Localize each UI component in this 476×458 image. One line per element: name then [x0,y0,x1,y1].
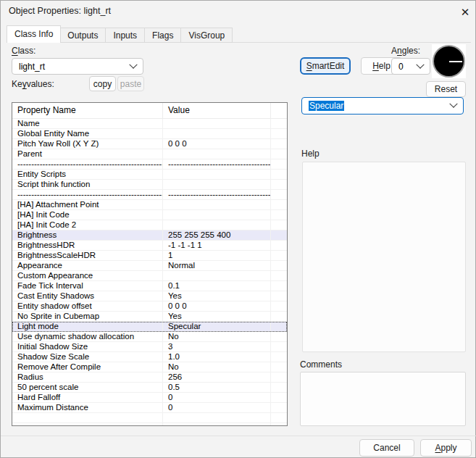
apply-button[interactable]: Apply [420,439,472,457]
property-name-cell: Radius [12,372,163,382]
table-row[interactable]: [HA] Init Code [12,210,287,220]
property-name-cell: Fade Tick Interval [12,281,163,291]
property-name-cell: [HA] Attachment Point [12,200,163,209]
comments-input[interactable] [300,372,466,426]
table-row[interactable]: Radius256 [12,372,287,383]
tab-flags[interactable]: Flags [145,28,181,43]
property-name-cell: Initial Shadow Size [12,342,163,351]
paste-button[interactable]: paste [117,76,144,91]
table-row[interactable]: Use dynamic shadow allocationNo [12,332,287,342]
property-name-cell: Remove After Compile [12,362,163,372]
table-row[interactable]: Global Entity Name [12,129,287,139]
table-row[interactable]: BrightnessHDR-1 -1 -1 1 [12,241,287,251]
property-name-cell: Use dynamic shadow allocation [12,332,163,341]
angle-dial-box[interactable] [432,44,466,78]
property-value-cell [163,210,271,220]
table-row[interactable]: Brightness255 255 255 400 [12,230,287,241]
table-row[interactable]: Parent [12,149,287,159]
table-row[interactable]: Script think function [12,180,287,190]
tab-inputs[interactable]: Inputs [106,28,145,43]
property-name-cell: Custom Appearance [12,271,163,280]
chevron-down-icon [416,60,424,68]
column-header-value: Value [163,103,271,118]
table-row[interactable]: Pitch Yaw Roll (X Y Z)0 0 0 [12,139,287,149]
property-name-cell: Appearance [12,261,163,270]
copy-button[interactable]: copy [89,76,116,91]
angles-dropdown[interactable]: 0 [391,58,430,75]
property-name-cell: Global Entity Name [12,129,163,138]
cancel-button[interactable]: Cancel [359,439,414,457]
property-name-cell: ----------------------------------------… [12,190,163,199]
property-value-cell: No [163,332,271,341]
property-name-cell: Entity shadow offset [12,301,163,311]
chevron-down-icon [449,100,457,108]
table-row[interactable]: Entity Scripts [12,170,287,180]
comments-label: Comments [300,359,342,370]
property-value-cell: ---------------------------------------- [163,159,271,169]
property-value-cell: 255 255 255 400 [163,230,271,240]
chevron-down-icon [129,60,137,68]
class-dropdown[interactable]: light_rt [12,58,143,75]
property-table[interactable]: Property Name Value NameGlobal Entity Na… [12,102,288,426]
separator-row[interactable]: ----------------------------------------… [12,190,287,200]
property-name-cell [12,413,163,422]
property-value-cell [163,271,271,280]
tab-outputs[interactable]: Outputs [60,28,106,43]
property-value-cell [163,119,271,128]
separator-row[interactable]: ----------------------------------------… [12,159,287,170]
keyvalues-label: Keyvalues: [12,79,54,89]
property-name-cell: No Sprite in Cubemap [12,312,163,321]
table-row[interactable]: 50 percent scale0.5 [12,383,287,393]
property-value-cell: Normal [163,261,271,270]
table-row[interactable]: BrightnessScaleHDR1 [12,251,287,261]
table-row[interactable]: Cast Entity ShadowsYes [12,291,287,301]
table-row[interactable]: Remove After CompileNo [12,362,287,372]
table-row[interactable]: Hard Falloff0 [12,393,287,403]
property-name-cell: Maximum Distance [12,403,163,412]
table-row[interactable]: [HA] Attachment Point [12,200,287,210]
property-value-cell: 0 0 0 [163,139,271,149]
table-row[interactable]: Custom Appearance [12,271,287,281]
table-row[interactable] [12,423,287,426]
class-label: Class: [12,46,36,56]
table-row[interactable]: Name [12,119,287,129]
table-row[interactable]: AppearanceNormal [12,261,287,271]
property-name-cell: Hard Falloff [12,393,163,402]
property-value-cell: 0 [163,403,271,412]
table-row[interactable]: [HA] Init Code 2 [12,220,287,230]
table-row[interactable]: Initial Shadow Size3 [12,342,287,352]
property-value-cell: ---------------------------------------- [163,190,271,199]
property-value-cell: 256 [163,372,271,382]
table-row[interactable]: No Sprite in CubemapYes [12,312,287,322]
table-row[interactable]: Shadow Size Scale1.0 [12,352,287,362]
keyvalue-edit-dropdown[interactable]: Specular [301,97,464,114]
angles-label: Angles: [391,46,420,56]
table-row[interactable] [12,413,287,423]
table-row[interactable]: Light modeSpecular [12,322,287,332]
table-row[interactable]: Fade Tick Interval0.1 [12,281,287,291]
table-row[interactable]: Maximum Distance0 [12,403,287,413]
smartedit-button[interactable]: SmartEdit [300,57,351,75]
keyvalue-edit-selected-text: Specular [309,101,344,111]
property-value-cell [163,170,271,179]
property-table-body: NameGlobal Entity NamePitch Yaw Roll (X … [12,119,287,426]
property-value-cell [163,180,271,189]
property-name-cell: Brightness [12,230,163,240]
property-name-cell: BrightnessHDR [12,241,163,250]
property-value-cell: -1 -1 -1 1 [163,241,271,250]
property-value-cell [163,149,271,159]
property-value-cell: Specular [163,322,271,331]
reset-button[interactable]: Reset [426,81,466,97]
property-name-cell: Parent [12,149,163,159]
property-value-cell [163,423,271,426]
close-button[interactable]: ✕ [457,4,473,20]
table-row[interactable]: Entity shadow offset0 0 0 [12,301,287,312]
footer-divider [1,436,476,436]
property-value-cell: 1 [163,251,271,260]
property-table-header: Property Name Value [12,103,287,119]
tab-visgroup[interactable]: VisGroup [181,28,233,43]
property-value-cell [163,200,271,209]
tab-class-info[interactable]: Class Info [7,25,61,43]
property-value-cell: 1.0 [163,352,271,362]
help-panel-label: Help [301,149,320,159]
